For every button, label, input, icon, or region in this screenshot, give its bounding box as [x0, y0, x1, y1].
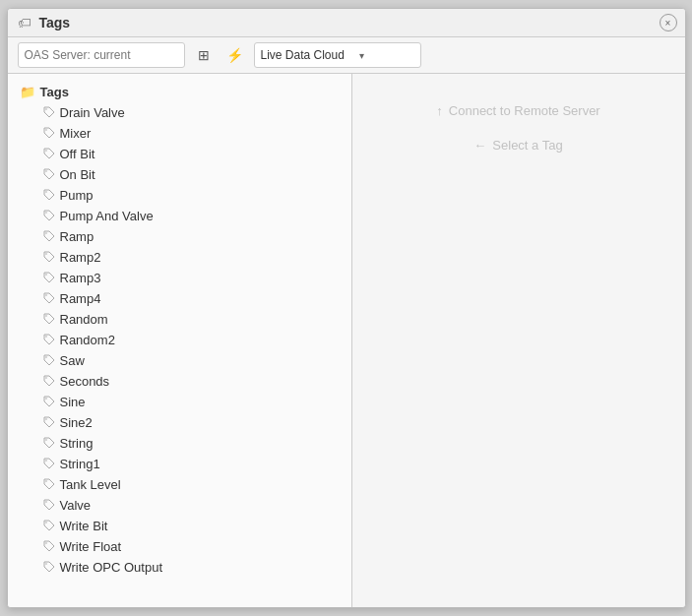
svg-point-13 [45, 377, 47, 379]
connect-hint: ↑ Connect to Remote Server [436, 103, 599, 118]
list-item[interactable]: Seconds [39, 371, 344, 392]
svg-point-10 [45, 315, 47, 317]
tag-item-label: Ramp2 [60, 250, 101, 265]
connect-arrow-icon: ↑ [436, 103, 443, 118]
tag-icon [43, 520, 55, 533]
svg-point-18 [45, 480, 47, 482]
list-item[interactable]: On Bit [39, 164, 344, 185]
tag-tree-root: 📁 Tags Drain Valve Mixer Off Bit On Bit … [8, 82, 351, 578]
svg-point-1 [45, 129, 47, 131]
folder-icon: 📁 [20, 85, 35, 99]
tag-item-label: Write Bit [60, 519, 108, 533]
list-item[interactable]: Mixer [39, 123, 344, 144]
tag-icon [43, 416, 55, 430]
title-tag-icon: 🏷 [18, 15, 31, 31]
tag-icon [43, 458, 55, 471]
live-data-select[interactable]: Live Data Cloud [254, 42, 421, 68]
list-item[interactable]: Sine2 [39, 412, 344, 433]
list-item[interactable]: Valve [39, 495, 344, 516]
tag-icon [43, 189, 55, 203]
tag-icon [43, 540, 55, 554]
oas-server-input[interactable] [18, 42, 185, 68]
svg-point-16 [45, 439, 47, 441]
svg-point-21 [45, 542, 47, 544]
list-item[interactable]: Random2 [39, 330, 344, 350]
tag-icon [43, 375, 55, 389]
close-button[interactable]: × [660, 14, 677, 31]
tag-item-label: Drain Valve [60, 105, 125, 120]
tag-item-label: Write OPC Output [60, 560, 163, 575]
list-item[interactable]: String [39, 433, 344, 454]
select-tag-arrow-icon: ← [473, 138, 486, 153]
list-item[interactable]: String1 [39, 454, 344, 474]
svg-point-7 [45, 253, 47, 255]
tag-icon [43, 478, 55, 492]
svg-point-15 [45, 418, 47, 420]
tag-item-label: Mixer [60, 126, 92, 141]
list-item[interactable]: Ramp4 [39, 288, 344, 309]
tag-icon [43, 499, 55, 513]
tag-icon [43, 106, 55, 120]
tag-icon [43, 251, 55, 265]
list-item[interactable]: Ramp2 [39, 247, 344, 268]
tag-icon [43, 168, 55, 182]
grid-icon-button[interactable]: ⊞ [191, 42, 217, 68]
svg-point-8 [45, 274, 47, 276]
list-item[interactable]: Ramp3 [39, 268, 344, 288]
tag-list: Drain Valve Mixer Off Bit On Bit Pump Pu… [16, 102, 344, 578]
tag-tree-panel: 📁 Tags Drain Valve Mixer Off Bit On Bit … [8, 74, 352, 607]
svg-point-5 [45, 212, 47, 214]
list-item[interactable]: Pump And Valve [39, 206, 344, 226]
tag-item-label: Ramp4 [60, 291, 101, 306]
tag-item-label: Pump And Valve [60, 209, 154, 223]
tag-item-label: Ramp [60, 229, 94, 244]
right-panel: ↑ Connect to Remote Server ← Select a Ta… [352, 74, 685, 607]
list-item[interactable]: Write Float [39, 536, 344, 557]
tag-item-label: String1 [60, 457, 100, 471]
tags-window: 🏷 Tags × ⊞ ⚡ Live Data Cloud ▾ ☁ 📁 Tags [7, 8, 686, 608]
tag-icon [43, 127, 55, 141]
svg-point-0 [45, 108, 47, 110]
toolbar: ⊞ ⚡ Live Data Cloud ▾ ☁ [8, 37, 685, 74]
list-item[interactable]: Sine [39, 392, 344, 412]
title-bar: 🏷 Tags × [8, 9, 685, 37]
tag-item-label: Saw [60, 353, 85, 368]
list-item[interactable]: Drain Valve [39, 102, 344, 123]
select-tag-hint-text: Select a Tag [492, 138, 562, 153]
tag-icon [43, 354, 55, 368]
svg-point-14 [45, 398, 47, 400]
tag-item-label: Random [60, 312, 108, 327]
connect-hint-text: Connect to Remote Server [449, 103, 600, 118]
list-item[interactable]: Off Bit [39, 144, 344, 164]
tag-icon [43, 437, 55, 451]
window-title: Tags [39, 15, 71, 31]
tag-item-label: Tank Level [60, 477, 121, 492]
select-tag-hint: ← Select a Tag [473, 138, 562, 153]
svg-point-19 [45, 501, 47, 503]
tag-item-label: String [60, 436, 94, 451]
list-item[interactable]: Write OPC Output [39, 557, 344, 578]
list-item[interactable]: Write Bit [39, 516, 344, 536]
svg-point-22 [45, 563, 47, 565]
tag-icon [43, 292, 55, 306]
tag-item-label: Seconds [60, 374, 110, 389]
tag-icon [43, 210, 55, 223]
svg-point-2 [45, 150, 47, 152]
list-item[interactable]: Saw [39, 350, 344, 371]
tag-item-label: On Bit [60, 167, 95, 182]
svg-point-17 [45, 460, 47, 462]
list-item[interactable]: Tank Level [39, 474, 344, 495]
plug-icon-button[interactable]: ⚡ [222, 42, 248, 68]
list-item[interactable]: Random [39, 309, 344, 330]
main-content: 📁 Tags Drain Valve Mixer Off Bit On Bit … [8, 74, 685, 607]
tag-item-label: Random2 [60, 333, 115, 347]
svg-point-3 [45, 170, 47, 172]
svg-point-12 [45, 356, 47, 358]
list-item[interactable]: Pump [39, 185, 344, 206]
root-folder[interactable]: 📁 Tags [16, 82, 344, 102]
tag-item-label: Write Float [60, 539, 122, 554]
svg-point-9 [45, 294, 47, 296]
svg-point-4 [45, 191, 47, 193]
list-item[interactable]: Ramp [39, 226, 344, 247]
tag-icon [43, 334, 55, 347]
